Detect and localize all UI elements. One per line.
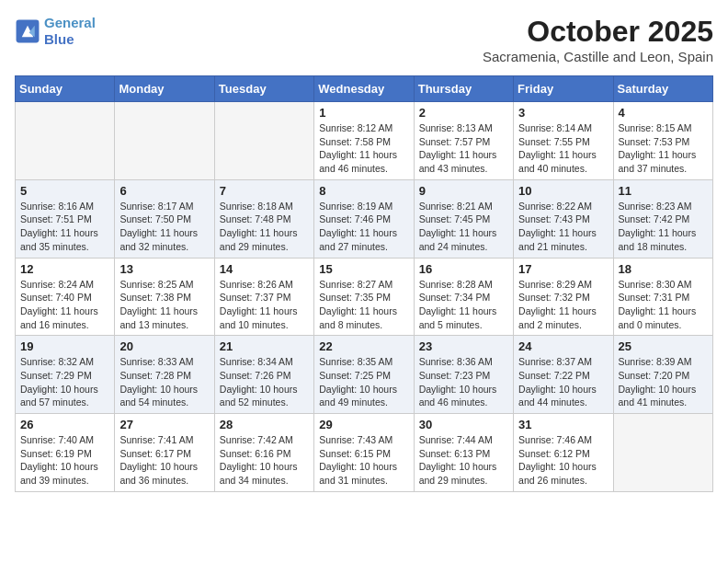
day-info: Sunrise: 8:39 AM Sunset: 7:20 PM Dayligh…	[619, 355, 708, 409]
day-info: Sunrise: 7:46 AM Sunset: 6:12 PM Dayligh…	[518, 433, 608, 488]
calendar: SundayMondayTuesdayWednesdayThursdayFrid…	[15, 75, 713, 492]
day-info: Sunrise: 8:36 AM Sunset: 7:23 PM Dayligh…	[419, 355, 508, 409]
day-info: Sunrise: 7:44 AM Sunset: 6:13 PM Dayligh…	[419, 433, 508, 488]
logo-text: General Blue	[44, 15, 96, 48]
day-number: 17	[518, 262, 608, 276]
day-number: 30	[419, 418, 508, 431]
day-number: 15	[319, 262, 408, 276]
calendar-day-cell	[613, 414, 712, 492]
calendar-day-cell: 31Sunrise: 7:46 AM Sunset: 6:12 PM Dayli…	[514, 414, 613, 492]
calendar-week-row: 12Sunrise: 8:24 AM Sunset: 7:40 PM Dayli…	[16, 258, 713, 336]
weekday-header-thursday: Thursday	[414, 76, 513, 102]
calendar-day-cell: 5Sunrise: 8:16 AM Sunset: 7:51 PM Daylig…	[16, 179, 115, 258]
day-info: Sunrise: 8:15 AM Sunset: 7:53 PM Dayligh…	[619, 121, 708, 176]
day-number: 10	[518, 184, 608, 198]
day-info: Sunrise: 8:37 AM Sunset: 7:22 PM Dayligh…	[518, 355, 608, 409]
weekday-header-wednesday: Wednesday	[314, 76, 414, 102]
day-number: 19	[20, 339, 109, 353]
calendar-day-cell: 12Sunrise: 8:24 AM Sunset: 7:40 PM Dayli…	[16, 258, 115, 336]
day-number: 13	[119, 262, 209, 276]
day-number: 14	[220, 262, 309, 276]
location: Sacramenia, Castille and Leon, Spain	[483, 49, 713, 64]
day-number: 20	[119, 339, 209, 353]
day-number: 21	[220, 339, 309, 353]
logo: General Blue	[15, 15, 96, 48]
logo-icon	[15, 18, 40, 44]
day-info: Sunrise: 8:19 AM Sunset: 7:46 PM Dayligh…	[319, 200, 408, 254]
calendar-week-row: 26Sunrise: 7:40 AM Sunset: 6:19 PM Dayli…	[16, 414, 713, 492]
weekday-header-tuesday: Tuesday	[214, 76, 313, 102]
day-number: 6	[119, 184, 209, 198]
calendar-day-cell: 30Sunrise: 7:44 AM Sunset: 6:13 PM Dayli…	[414, 414, 513, 492]
weekday-header-sunday: Sunday	[16, 76, 115, 102]
day-info: Sunrise: 8:28 AM Sunset: 7:34 PM Dayligh…	[419, 278, 508, 332]
calendar-day-cell: 16Sunrise: 8:28 AM Sunset: 7:34 PM Dayli…	[414, 258, 513, 336]
day-info: Sunrise: 8:32 AM Sunset: 7:29 PM Dayligh…	[20, 355, 109, 409]
day-info: Sunrise: 8:18 AM Sunset: 7:48 PM Dayligh…	[220, 200, 309, 254]
calendar-day-cell: 7Sunrise: 8:18 AM Sunset: 7:48 PM Daylig…	[214, 179, 313, 258]
day-info: Sunrise: 8:16 AM Sunset: 7:51 PM Dayligh…	[20, 200, 109, 254]
calendar-week-row: 5Sunrise: 8:16 AM Sunset: 7:51 PM Daylig…	[16, 179, 713, 258]
calendar-day-cell: 2Sunrise: 8:13 AM Sunset: 7:57 PM Daylig…	[414, 102, 513, 180]
calendar-day-cell	[115, 102, 214, 180]
day-number: 23	[419, 339, 508, 353]
calendar-day-cell: 20Sunrise: 8:33 AM Sunset: 7:28 PM Dayli…	[115, 336, 214, 414]
calendar-day-cell: 1Sunrise: 8:12 AM Sunset: 7:58 PM Daylig…	[314, 102, 414, 180]
day-info: Sunrise: 7:42 AM Sunset: 6:16 PM Dayligh…	[220, 433, 309, 488]
day-info: Sunrise: 8:33 AM Sunset: 7:28 PM Dayligh…	[119, 355, 209, 409]
day-info: Sunrise: 7:40 AM Sunset: 6:19 PM Dayligh…	[20, 433, 109, 488]
day-info: Sunrise: 8:21 AM Sunset: 7:45 PM Dayligh…	[419, 200, 508, 254]
day-info: Sunrise: 8:12 AM Sunset: 7:58 PM Dayligh…	[319, 121, 408, 176]
day-number: 24	[518, 339, 608, 353]
day-info: Sunrise: 7:41 AM Sunset: 6:17 PM Dayligh…	[119, 433, 209, 488]
calendar-day-cell: 4Sunrise: 8:15 AM Sunset: 7:53 PM Daylig…	[613, 102, 712, 180]
calendar-day-cell: 24Sunrise: 8:37 AM Sunset: 7:22 PM Dayli…	[514, 336, 613, 414]
calendar-day-cell: 19Sunrise: 8:32 AM Sunset: 7:29 PM Dayli…	[16, 336, 115, 414]
day-info: Sunrise: 8:22 AM Sunset: 7:43 PM Dayligh…	[518, 200, 608, 254]
day-number: 29	[319, 418, 408, 431]
day-number: 11	[619, 184, 708, 198]
month-title: October 2025	[483, 15, 713, 49]
day-number: 26	[20, 418, 109, 431]
day-number: 16	[419, 262, 508, 276]
calendar-day-cell: 22Sunrise: 8:35 AM Sunset: 7:25 PM Dayli…	[314, 336, 414, 414]
day-info: Sunrise: 8:17 AM Sunset: 7:50 PM Dayligh…	[119, 200, 209, 254]
calendar-day-cell: 11Sunrise: 8:23 AM Sunset: 7:42 PM Dayli…	[613, 179, 712, 258]
day-number: 31	[518, 418, 608, 431]
day-info: Sunrise: 8:24 AM Sunset: 7:40 PM Dayligh…	[20, 278, 109, 332]
day-info: Sunrise: 8:30 AM Sunset: 7:31 PM Dayligh…	[619, 278, 708, 332]
calendar-day-cell	[214, 102, 313, 180]
day-number: 7	[220, 184, 309, 198]
calendar-day-cell: 29Sunrise: 7:43 AM Sunset: 6:15 PM Dayli…	[314, 414, 414, 492]
day-info: Sunrise: 8:26 AM Sunset: 7:37 PM Dayligh…	[220, 278, 309, 332]
calendar-day-cell: 6Sunrise: 8:17 AM Sunset: 7:50 PM Daylig…	[115, 179, 214, 258]
day-number: 22	[319, 339, 408, 353]
day-number: 1	[319, 106, 408, 120]
day-info: Sunrise: 7:43 AM Sunset: 6:15 PM Dayligh…	[319, 433, 408, 488]
calendar-day-cell: 8Sunrise: 8:19 AM Sunset: 7:46 PM Daylig…	[314, 179, 414, 258]
calendar-day-cell: 27Sunrise: 7:41 AM Sunset: 6:17 PM Dayli…	[115, 414, 214, 492]
day-info: Sunrise: 8:34 AM Sunset: 7:26 PM Dayligh…	[220, 355, 309, 409]
calendar-day-cell: 28Sunrise: 7:42 AM Sunset: 6:16 PM Dayli…	[214, 414, 313, 492]
calendar-day-cell: 17Sunrise: 8:29 AM Sunset: 7:32 PM Dayli…	[514, 258, 613, 336]
calendar-day-cell: 10Sunrise: 8:22 AM Sunset: 7:43 PM Dayli…	[514, 179, 613, 258]
calendar-day-cell: 14Sunrise: 8:26 AM Sunset: 7:37 PM Dayli…	[214, 258, 313, 336]
day-number: 25	[619, 339, 708, 353]
page-header: General Blue October 2025 Sacramenia, Ca…	[15, 15, 713, 64]
day-number: 5	[20, 184, 109, 198]
weekday-header-friday: Friday	[514, 76, 613, 102]
day-info: Sunrise: 8:25 AM Sunset: 7:38 PM Dayligh…	[119, 278, 209, 332]
calendar-day-cell: 21Sunrise: 8:34 AM Sunset: 7:26 PM Dayli…	[214, 336, 313, 414]
calendar-day-cell: 18Sunrise: 8:30 AM Sunset: 7:31 PM Dayli…	[613, 258, 712, 336]
day-number: 3	[518, 106, 608, 120]
logo-line2: Blue	[44, 31, 74, 47]
calendar-day-cell: 26Sunrise: 7:40 AM Sunset: 6:19 PM Dayli…	[16, 414, 115, 492]
day-info: Sunrise: 8:29 AM Sunset: 7:32 PM Dayligh…	[518, 278, 608, 332]
weekday-header-monday: Monday	[115, 76, 214, 102]
weekday-header-row: SundayMondayTuesdayWednesdayThursdayFrid…	[16, 76, 713, 102]
day-info: Sunrise: 8:13 AM Sunset: 7:57 PM Dayligh…	[419, 121, 508, 176]
calendar-day-cell: 9Sunrise: 8:21 AM Sunset: 7:45 PM Daylig…	[414, 179, 513, 258]
calendar-week-row: 19Sunrise: 8:32 AM Sunset: 7:29 PM Dayli…	[16, 336, 713, 414]
calendar-day-cell: 13Sunrise: 8:25 AM Sunset: 7:38 PM Dayli…	[115, 258, 214, 336]
calendar-week-row: 1Sunrise: 8:12 AM Sunset: 7:58 PM Daylig…	[16, 102, 713, 180]
